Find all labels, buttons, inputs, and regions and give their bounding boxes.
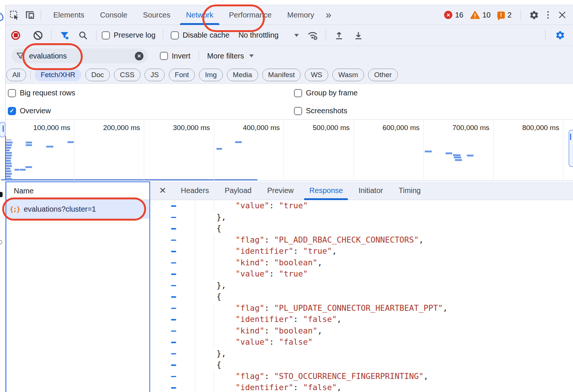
main-tab-sources[interactable]: Sources bbox=[135, 5, 178, 25]
line-fold-marker[interactable] bbox=[171, 251, 176, 252]
device-toolbar-button[interactable] bbox=[22, 7, 38, 22]
line-fold-marker[interactable] bbox=[171, 262, 176, 264]
timeline-gridline bbox=[493, 120, 494, 180]
invert-option[interactable]: Invert bbox=[160, 52, 190, 60]
detail-tab-timing[interactable]: Timing bbox=[391, 181, 428, 200]
preserve-log-checkbox[interactable] bbox=[102, 31, 110, 39]
search-button[interactable] bbox=[75, 28, 91, 43]
clear-icon bbox=[34, 31, 42, 40]
filter-bar: evaluations ✕ Invert More filters bbox=[6, 46, 573, 66]
close-devtools-button[interactable] bbox=[554, 7, 570, 22]
type-chip-ws[interactable]: WS bbox=[305, 69, 328, 81]
gear-icon bbox=[529, 10, 539, 20]
record-network-log-button[interactable] bbox=[8, 28, 23, 43]
overview-left-handle[interactable] bbox=[0, 122, 6, 137]
line-fold-marker[interactable] bbox=[171, 353, 176, 355]
response-line: "flag": "PL_ADD_RBAC_CHECK_CONNECTORS", bbox=[150, 234, 573, 246]
line-fold-marker[interactable] bbox=[171, 376, 176, 377]
type-chip-manifest[interactable]: Manifest bbox=[262, 69, 301, 81]
type-chip-font[interactable]: Font bbox=[169, 69, 195, 81]
screenshots-checkbox[interactable] bbox=[294, 107, 302, 115]
clear-network-log-button[interactable] bbox=[30, 28, 46, 43]
line-fold-marker[interactable] bbox=[171, 308, 176, 309]
main-tab-network[interactable]: Network bbox=[178, 5, 221, 25]
type-chip-media[interactable]: Media bbox=[227, 69, 258, 81]
line-fold-marker[interactable] bbox=[171, 240, 176, 241]
network-filter-input[interactable]: evaluations ✕ bbox=[12, 48, 148, 63]
line-fold-marker[interactable] bbox=[171, 387, 176, 389]
type-chip-doc[interactable]: Doc bbox=[85, 69, 110, 81]
detail-tab-payload[interactable]: Payload bbox=[217, 181, 259, 200]
main-tab-memory[interactable]: Memory bbox=[279, 5, 322, 25]
response-line: }, bbox=[150, 348, 573, 360]
detail-tab-headers[interactable]: Headers bbox=[173, 181, 217, 200]
line-fold-marker[interactable] bbox=[171, 342, 176, 343]
request-timeline-bar bbox=[235, 141, 242, 143]
main-tab-performance[interactable]: Performance bbox=[221, 5, 280, 25]
more-tabs-button[interactable]: » bbox=[322, 9, 334, 21]
throttling-select[interactable]: No throttling bbox=[238, 31, 299, 39]
network-conditions-icon bbox=[307, 30, 318, 40]
detail-tab-preview[interactable]: Preview bbox=[259, 181, 301, 200]
detail-tab-response[interactable]: Response bbox=[301, 181, 351, 200]
screenshots-option[interactable]: Screenshots bbox=[294, 107, 347, 115]
close-details-button[interactable]: ✕ bbox=[150, 186, 173, 196]
import-har-button[interactable] bbox=[331, 28, 347, 43]
error-badge-icon[interactable]: ✕ bbox=[444, 11, 452, 19]
line-fold-marker[interactable] bbox=[171, 228, 176, 230]
timeline-tick-label: 800,000 ms bbox=[522, 124, 559, 132]
overview-checkbox[interactable]: ✓ bbox=[8, 107, 16, 115]
clear-filter-button[interactable]: ✕ bbox=[135, 52, 143, 60]
type-chip-wasm[interactable]: Wasm bbox=[332, 69, 364, 81]
network-settings-button[interactable] bbox=[552, 28, 568, 43]
line-fold-marker[interactable] bbox=[171, 274, 176, 275]
type-chip-all[interactable]: All bbox=[6, 69, 26, 81]
line-fold-marker[interactable] bbox=[171, 319, 176, 320]
line-fold-marker[interactable] bbox=[171, 296, 176, 298]
line-fold-marker[interactable] bbox=[171, 217, 176, 218]
group-by-frame-checkbox[interactable] bbox=[294, 89, 302, 97]
type-chip-img[interactable]: Img bbox=[199, 69, 223, 81]
main-tab-console[interactable]: Console bbox=[92, 5, 135, 25]
request-details-pane: ✕ HeadersPayloadPreviewResponseInitiator… bbox=[150, 181, 573, 392]
line-fold-marker[interactable] bbox=[171, 205, 176, 207]
big-request-rows-option[interactable]: Big request rows bbox=[8, 89, 75, 97]
line-fold-marker[interactable] bbox=[171, 364, 176, 366]
big-request-rows-label: Big request rows bbox=[20, 89, 75, 97]
export-har-button[interactable] bbox=[351, 28, 366, 43]
type-chip-css[interactable]: CSS bbox=[114, 69, 140, 81]
close-icon bbox=[558, 11, 566, 19]
line-fold-marker[interactable] bbox=[171, 331, 176, 332]
indent-guide bbox=[214, 371, 214, 382]
warning-badge-icon[interactable] bbox=[470, 11, 480, 19]
more-filters-dropdown[interactable]: More filters bbox=[207, 52, 254, 60]
issues-count: 2 bbox=[507, 11, 512, 19]
request-row-selected[interactable]: {;} evaluations?cluster=1 bbox=[6, 200, 149, 219]
disable-cache-option[interactable]: Disable cache bbox=[171, 31, 229, 39]
type-chip-fetch-xhr[interactable]: Fetch/XHR bbox=[35, 69, 81, 81]
type-chip-js[interactable]: JS bbox=[145, 69, 165, 81]
disable-cache-checkbox[interactable] bbox=[171, 31, 179, 39]
big-request-rows-checkbox[interactable] bbox=[8, 89, 16, 97]
type-chip-other[interactable]: Other bbox=[368, 69, 398, 81]
settings-button[interactable] bbox=[526, 7, 542, 22]
overflow-menu-button[interactable] bbox=[542, 7, 554, 22]
name-column-header[interactable]: Name bbox=[6, 182, 149, 200]
request-timeline-bar bbox=[6, 170, 11, 172]
response-body-viewer[interactable]: "value": "true"},{"flag": "PL_ADD_RBAC_C… bbox=[150, 200, 573, 392]
filter-toggle-button[interactable] bbox=[57, 28, 72, 43]
overview-right-handle[interactable] bbox=[569, 130, 573, 167]
page-behind-artifact bbox=[0, 192, 3, 197]
group-by-frame-option[interactable]: Group by frame bbox=[294, 89, 358, 97]
issues-badge-icon[interactable]: ! bbox=[497, 12, 505, 19]
line-fold-marker[interactable] bbox=[171, 285, 176, 287]
invert-checkbox[interactable] bbox=[160, 52, 168, 60]
network-conditions-button[interactable] bbox=[305, 28, 320, 43]
main-tab-elements[interactable]: Elements bbox=[45, 5, 92, 25]
detail-tab-initiator[interactable]: Initiator bbox=[351, 181, 391, 200]
preserve-log-option[interactable]: Preserve log bbox=[102, 31, 155, 39]
inspect-element-button[interactable] bbox=[6, 7, 22, 22]
response-line: "value": "true" bbox=[150, 268, 573, 280]
network-overview-timeline[interactable]: 100,000 ms200,000 ms300,000 ms400,000 ms… bbox=[6, 120, 573, 181]
overview-option[interactable]: ✓ Overview bbox=[8, 107, 51, 115]
